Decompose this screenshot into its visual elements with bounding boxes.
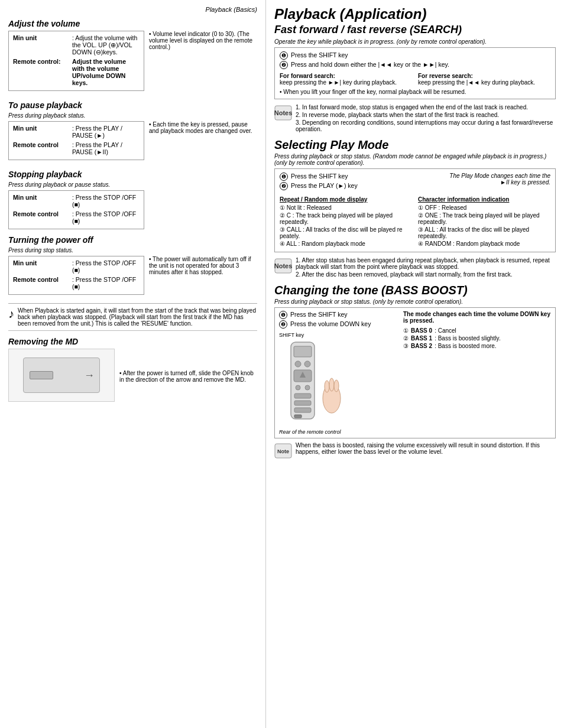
svg-point-11 [305, 385, 310, 390]
step1-circle: ❶ [280, 51, 288, 60]
power-min-unit-label: Min unit [13, 259, 72, 274]
svg-point-19 [334, 380, 339, 392]
fast-forward-step2: ❷ Press and hold down either the |◄◄ key… [280, 61, 550, 69]
page: Playback (Basics) Adjust the volume Min … [0, 0, 564, 728]
right-column: Playback (Application) Fast forward / fa… [266, 0, 564, 728]
svg-point-17 [325, 381, 329, 392]
bass-step2-circle: ❷ [279, 320, 287, 329]
svg-text:Notes: Notes [274, 109, 292, 116]
pause-playback-subtitle: Press during playback status. [8, 112, 257, 119]
power-remote-value: : Press the STOP /OFF (■) [72, 276, 140, 290]
char-mode-3: ③ ALL : All tracks of the disc will be p… [418, 226, 550, 239]
bass-mode-1: ② BASS 1: Bass is boosted slightly. [403, 335, 551, 342]
fast-forward-steps: ❶ Press the SHIFT key ❷ Press and hold d… [280, 51, 550, 69]
bass-boost-final-note: Note When the bass is boosted, raising t… [274, 442, 556, 462]
svg-rect-15 [294, 415, 302, 418]
svg-rect-12 [294, 394, 311, 398]
bass-mode-0: ① BASS 0: Cancel [403, 327, 551, 334]
play-mode-side-note: The Play Mode changes each time the ►II … [444, 173, 550, 186]
adjust-remote-value: Adjust the volume with the volume UP/vol… [72, 58, 140, 86]
bass-step2: ❷ Press the volume DOWN key [279, 320, 397, 329]
adjust-volume-box: Min unit : Adjust the volume with the VO… [8, 31, 144, 91]
fast-forward-note-1: 1. In fast forward mode, stop status is … [296, 104, 556, 110]
play-mode-section: Selecting Play Mode Press during playbac… [274, 138, 556, 279]
play-step1-text: Press the SHIFT key [291, 173, 348, 180]
power-off-box: Min unit : Press the STOP /OFF (■) Remot… [8, 256, 144, 295]
bass-step1: ❶ Press the SHIFT key [279, 311, 397, 319]
bass-note-icon: Note [274, 443, 292, 462]
bass-side-note: The mode changes each time the volume DO… [403, 311, 551, 324]
svg-point-18 [329, 378, 334, 391]
svg-text:Notes: Notes [274, 262, 292, 269]
fast-forward-step1: ❶ Press the SHIFT key [280, 51, 550, 60]
arrow-icon: → [84, 369, 95, 382]
pause-remote-value: : Press the PLAY / PAUSE (►II) [72, 141, 140, 155]
reverse-col: For reverse search: keep pressing the |◄… [418, 73, 550, 86]
svg-text:Note: Note [277, 448, 289, 454]
fast-forward-notes-list: 1. In fast forward mode, stop status is … [296, 104, 556, 134]
app-title: Playback (Application) [274, 6, 556, 22]
bass-mode-list: ① BASS 0: Cancel ② BASS 1: Bass is boost… [403, 327, 551, 349]
turning-power-off-section: Turning the power off Press during stop … [8, 235, 257, 298]
char-mode-1: ① OFF : Released [418, 204, 550, 211]
pause-playback-section: To pause playback Press during playback … [8, 100, 257, 164]
step2-circle: ❷ [280, 61, 288, 69]
remote-control-illustration: SHIFT key [279, 332, 397, 435]
repeat-mode-1: ① Not lit : Released [280, 204, 412, 211]
page-header: Playback (Basics) [8, 6, 257, 13]
resume-note-text: When Playback is started again, it will … [18, 307, 257, 327]
forward-label: For forward search: [280, 73, 412, 79]
repeat-random-col: Repeat / Random mode display ① Not lit :… [280, 196, 412, 248]
power-off-title: Turning the power off [8, 235, 257, 245]
adjust-min-unit-label: Min unit [13, 34, 72, 56]
bass-mode-2: ③ BASS 2: Bass is boosted more. [403, 343, 551, 349]
stopping-playback-box: Min unit : Press the STOP /OFF (■) Remot… [8, 190, 144, 229]
bass-info-col: The mode changes each time the volume DO… [403, 311, 551, 435]
play-mode-notes: Notes 1. After stop status has been enga… [274, 257, 556, 279]
svg-rect-13 [294, 401, 311, 405]
repeat-mode-4: ④ ALL : Random playback mode [280, 240, 412, 247]
removing-md-note: • After the power is turned off, slide t… [119, 370, 257, 383]
shift-key-label: SHIFT key [279, 332, 304, 338]
play-mode-note-2: 2. After the disc has been removed, play… [296, 271, 556, 278]
stopping-playback-section: Stopping playback Press during playback … [8, 170, 257, 229]
reverse-text: keep pressing the |◄◄ key during playbac… [418, 79, 550, 86]
pause-min-unit-value: : Press the PLAY / PAUSE (►) [72, 125, 140, 139]
bass-boost-section: Changing the tone (BASS BOOST) Press dur… [274, 284, 556, 462]
fast-forward-box: ❶ Press the SHIFT key ❷ Press and hold d… [274, 47, 556, 99]
play-step2-circle: ❷ [280, 182, 288, 190]
removing-md-title: Removing the MD [8, 337, 257, 346]
adjust-remote-label: Remote control: [13, 58, 72, 86]
notes-icon: Notes [274, 105, 292, 134]
char-mode-2: ② ONE : The track being played will be p… [418, 212, 550, 225]
removing-md-note-text: • After the power is turned off, slide t… [119, 370, 254, 383]
play-mode-columns: Repeat / Random mode display ① Not lit :… [280, 196, 550, 248]
pause-playback-title: To pause playback [8, 100, 257, 110]
bass-boost-box: ❶ Press the SHIFT key ❷ Press the volume… [274, 307, 556, 438]
power-min-unit-value: : Press the STOP /OFF (■) [72, 259, 140, 274]
svg-point-7 [304, 361, 310, 367]
music-icon: ♪ [8, 307, 14, 327]
pause-playback-box: Min unit : Press the PLAY / PAUSE (►) Re… [8, 121, 144, 160]
resume-note: ♪ When Playback is started again, it wil… [8, 303, 257, 327]
fast-forward-section: Fast forward / fast reverse (SEARCH) Ope… [274, 24, 556, 134]
play-step1-circle: ❶ [280, 173, 288, 181]
page-header-text: Playback (Basics) [206, 6, 257, 13]
play-mode-note-1: 1. After stop status has been engaged du… [296, 257, 556, 270]
stop-min-unit-value: : Press the STOP /OFF (■) [72, 194, 140, 208]
adjust-volume-note: • Volume level indicator (0 to 30). (The… [149, 31, 257, 95]
adjust-volume-title: Adjust the volume [8, 19, 257, 28]
fast-forward-title: Fast forward / fast reverse (SEARCH) [274, 24, 556, 36]
md-device: → [23, 358, 100, 393]
svg-point-6 [295, 361, 301, 367]
char-mode-list: ① OFF : Released ② ONE : The track being… [418, 204, 550, 247]
stop-remote-label: Remote control [13, 210, 72, 225]
forward-reverse-columns: For forward search: keep pressing the ►►… [280, 73, 550, 86]
play-mode-steps: ❶ Press the SHIFT key ❷ Press the PLAY (… [280, 173, 358, 191]
svg-point-10 [296, 385, 300, 390]
adjust-min-unit-value: : Adjust the volume with the VOL. UP (⊕)… [72, 34, 140, 56]
fast-forward-subtitle: Operate the key while playback is in pro… [274, 38, 556, 45]
power-off-note: • The power will automatically turn off … [149, 256, 257, 298]
fast-forward-notes: Notes 1. In fast forward mode, stop stat… [274, 104, 556, 134]
pause-remote-label: Remote control [13, 141, 72, 155]
